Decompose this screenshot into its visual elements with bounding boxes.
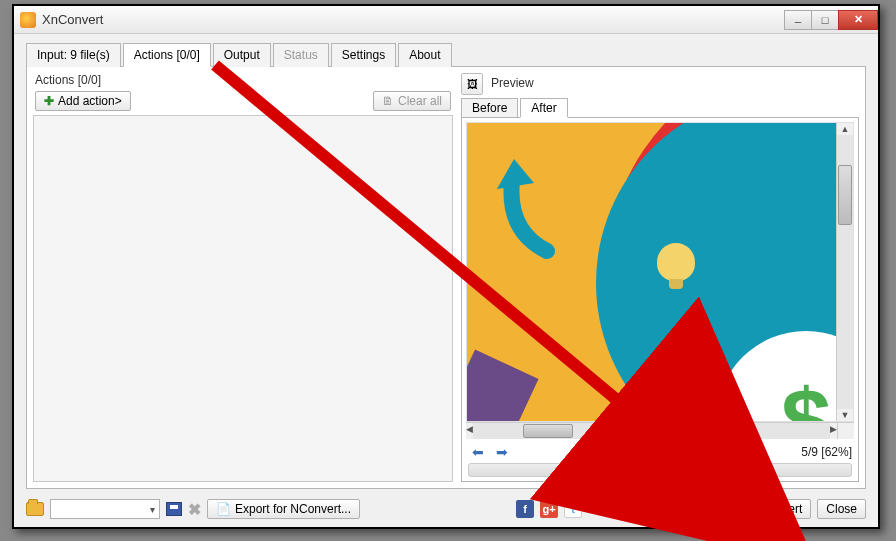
app-icon [20, 12, 36, 28]
bottom-bar: ✖ 📄 Export for NConvert... f g+ t Conver… [26, 499, 866, 519]
preview-mode-button[interactable]: 🖼 [461, 73, 483, 95]
prev-image-button[interactable]: ⬅ [468, 443, 488, 461]
save-icon[interactable] [166, 502, 182, 516]
tab-input[interactable]: Input: 9 file(s) [26, 43, 121, 67]
window-title: XnConvert [42, 12, 785, 27]
folder-icon[interactable] [26, 502, 44, 516]
preview-panel: 🖼 Preview Before After $ [461, 73, 859, 482]
clear-icon: 🗎 [382, 94, 394, 108]
horizontal-scrollbar[interactable]: ◀ ▶ [466, 422, 837, 439]
export-label: Export for NConvert... [235, 502, 351, 516]
add-action-label: Add action> [58, 94, 122, 108]
tab-settings[interactable]: Settings [331, 43, 396, 67]
close-window-button[interactable] [838, 10, 878, 30]
preview-label: Preview [489, 76, 534, 90]
clear-all-label: Clear all [398, 94, 442, 108]
clear-all-button[interactable]: 🗎 Clear all [373, 91, 451, 111]
app-window: XnConvert Input: 9 file(s) Actions [0/0]… [12, 4, 880, 529]
actions-panel: Actions [0/0] ✚ Add action> 🗎 Clear all [33, 73, 453, 482]
export-icon: 📄 [216, 502, 231, 516]
preview-slider[interactable] [468, 463, 852, 477]
next-image-button[interactable]: ➡ [492, 443, 512, 461]
minimize-button[interactable] [784, 10, 812, 30]
googleplus-icon[interactable]: g+ [540, 500, 558, 518]
zoom-out-icon[interactable]: 🔍− [664, 443, 684, 461]
export-button[interactable]: 📄 Export for NConvert... [207, 499, 360, 519]
tab-status[interactable]: Status [273, 43, 329, 67]
preview-tabs: Before After [461, 97, 859, 117]
maximize-button[interactable] [811, 10, 839, 30]
facebook-icon[interactable]: f [516, 500, 534, 518]
main-tabs: Input: 9 file(s) Actions [0/0] Output St… [26, 42, 866, 67]
lightbulb-icon [657, 243, 695, 281]
actions-tab-body: Actions [0/0] ✚ Add action> 🗎 Clear all [26, 67, 866, 489]
convert-button[interactable]: Convert [733, 499, 811, 519]
actions-label: Actions [0/0] [33, 73, 453, 87]
preview-image: $ [467, 123, 836, 421]
preview-status: 5/9 [62%] [801, 445, 852, 459]
tab-before[interactable]: Before [461, 98, 518, 118]
tab-output[interactable]: Output [213, 43, 271, 67]
plus-icon: ✚ [44, 94, 54, 108]
actions-list-area [33, 115, 453, 482]
tab-after[interactable]: After [520, 98, 567, 118]
convert-label: Convert [760, 502, 802, 516]
preset-dropdown[interactable] [50, 499, 160, 519]
vertical-scrollbar[interactable]: ▲ ▼ [836, 123, 853, 421]
tab-about[interactable]: About [398, 43, 451, 67]
zoom-fit-icon[interactable]: ▣ [608, 443, 628, 461]
social-links: f g+ t [516, 500, 582, 518]
convert-icon [742, 503, 756, 515]
preview-area: $ ▲ ▼ [461, 117, 859, 482]
tab-actions[interactable]: Actions [0/0] [123, 43, 211, 67]
zoom-actual-icon[interactable]: 🔍 [636, 443, 656, 461]
window-buttons [785, 10, 878, 30]
twitter-icon[interactable]: t [564, 500, 582, 518]
delete-icon[interactable]: ✖ [188, 500, 201, 519]
preview-toolbar: ⬅ ➡ 🔍+ ▣ 🔍 🔍− 5/9 [62%] [466, 439, 854, 463]
close-label: Close [826, 502, 857, 516]
titlebar[interactable]: XnConvert [14, 6, 878, 34]
close-button[interactable]: Close [817, 499, 866, 519]
zoom-in-icon[interactable]: 🔍+ [580, 443, 600, 461]
add-action-button[interactable]: ✚ Add action> [35, 91, 131, 111]
